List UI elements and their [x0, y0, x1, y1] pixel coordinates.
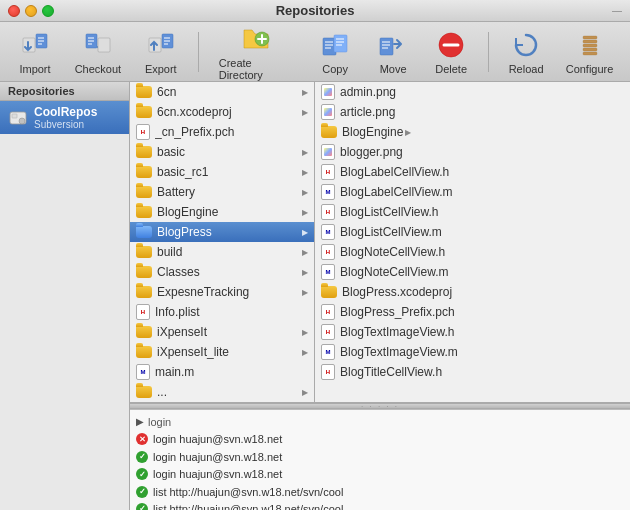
right-file-list[interactable]: admin.pngarticle.pngBlogEngine▶blogger.p…: [315, 82, 630, 402]
dir-item-name: Info.plist: [155, 305, 308, 319]
directory-list[interactable]: 6cn▶6cn.xcodeproj▶H_cn_Prefix.pchbasic▶b…: [130, 82, 315, 402]
svg-rect-14: [583, 48, 597, 51]
configure-button[interactable]: Configure: [559, 25, 620, 79]
import-button[interactable]: Import: [10, 25, 60, 79]
log-success-icon: ✓: [136, 503, 148, 510]
dir-item-name: ...: [157, 385, 300, 399]
log-triangle-icon[interactable]: ▶: [136, 415, 144, 429]
right-list-item[interactable]: HBlogListCellView.h: [315, 202, 630, 222]
export-icon: [145, 29, 177, 61]
svg-rect-13: [583, 44, 597, 47]
file-h-icon: H: [321, 304, 335, 320]
toolbar-separator-1: [198, 32, 199, 72]
log-text: login huajun@svn.w18.net: [153, 432, 282, 447]
right-list-item[interactable]: HBlogTextImageView.h: [315, 322, 630, 342]
reload-icon: [510, 29, 542, 61]
arrow-right-icon: ▶: [302, 388, 308, 397]
dir-list-item[interactable]: H_cn_Prefix.pch: [130, 122, 314, 142]
repo-name: CoolRepos: [34, 105, 97, 119]
right-list-item[interactable]: BlogPress.xcodeproj: [315, 282, 630, 302]
right-list-item[interactable]: HBlogNoteCellView.h: [315, 242, 630, 262]
file-m-icon: M: [321, 184, 335, 200]
dir-item-name: iXpenseIt: [157, 325, 300, 339]
move-button[interactable]: Move: [368, 25, 418, 79]
right-list-item[interactable]: BlogEngine▶: [315, 122, 630, 142]
right-list-item[interactable]: HBlogPress_Prefix.pch: [315, 302, 630, 322]
create-dir-icon: [240, 23, 272, 55]
right-list-item[interactable]: MBlogLabelCellView.m: [315, 182, 630, 202]
dir-list-item[interactable]: 6cn▶: [130, 82, 314, 102]
right-list-item[interactable]: HBlogLabelCellView.h: [315, 162, 630, 182]
dir-list-item[interactable]: 6cn.xcodeproj▶: [130, 102, 314, 122]
log-text: login: [148, 415, 171, 430]
right-list-item[interactable]: admin.png: [315, 82, 630, 102]
close-button[interactable]: [8, 5, 20, 17]
arrow-right-icon: ▶: [405, 128, 411, 137]
dir-list-item[interactable]: HInfo.plist: [130, 302, 314, 322]
svg-rect-15: [583, 52, 597, 55]
configure-label: Configure: [566, 63, 614, 75]
arrow-right-icon: ▶: [302, 108, 308, 117]
file-h-icon: H: [321, 164, 335, 180]
maximize-button[interactable]: [42, 5, 54, 17]
toolbar-separator-2: [488, 32, 489, 72]
reload-label: Reload: [509, 63, 544, 75]
right-list-item[interactable]: MBlogNoteCellView.m: [315, 262, 630, 282]
left-panel: Repositories CoolRepos Subversion: [0, 82, 130, 510]
dir-list-item[interactable]: BlogPress▶: [130, 222, 314, 242]
log-item: ✓list http://huajun@svn.w18.net/svn/cool: [134, 501, 626, 510]
folder-icon: [136, 246, 152, 258]
move-icon: [377, 29, 409, 61]
right-list-item[interactable]: HBlogTitleCellView.h: [315, 362, 630, 382]
log-panel: ▶login✕login huajun@svn.w18.net✓login hu…: [130, 409, 630, 510]
folder-icon: [136, 106, 152, 118]
export-button[interactable]: Export: [136, 25, 186, 79]
dir-item-name: build: [157, 245, 300, 259]
copy-button[interactable]: Copy: [310, 25, 360, 79]
right-list-item[interactable]: MBlogTextImageView.m: [315, 342, 630, 362]
delete-label: Delete: [435, 63, 467, 75]
folder-icon: [136, 186, 152, 198]
delete-button[interactable]: Delete: [426, 25, 476, 79]
dir-list-item[interactable]: ExpesneTracking▶: [130, 282, 314, 302]
arrow-right-icon: ▶: [302, 168, 308, 177]
dir-list-item[interactable]: build▶: [130, 242, 314, 262]
traffic-lights: [8, 5, 54, 17]
right-item-name: BlogEngine: [342, 125, 403, 139]
arrow-right-icon: ▶: [302, 88, 308, 97]
dir-list-item[interactable]: BlogEngine▶: [130, 202, 314, 222]
dir-item-name: 6cn.xcodeproj: [157, 105, 300, 119]
log-item: ✓list http://huajun@svn.w18.net/svn/cool: [134, 484, 626, 501]
file-m-icon: M: [321, 264, 335, 280]
resize-widget[interactable]: —: [612, 5, 622, 16]
file-h-icon: H: [321, 204, 335, 220]
dir-item-name: BlogPress: [157, 225, 300, 239]
dir-list-item[interactable]: iXpenseIt▶: [130, 322, 314, 342]
png-icon: [321, 104, 335, 120]
checkout-button[interactable]: Checkout: [68, 25, 128, 79]
copy-icon: [319, 29, 351, 61]
window-title: Repositories: [276, 3, 355, 18]
coolrepos-item[interactable]: CoolRepos Subversion: [0, 101, 129, 134]
right-list-item[interactable]: MBlogListCellView.m: [315, 222, 630, 242]
reload-button[interactable]: Reload: [501, 25, 551, 79]
right-list-item[interactable]: article.png: [315, 102, 630, 122]
right-list-item[interactable]: blogger.png: [315, 142, 630, 162]
log-item: ▶login: [134, 414, 626, 431]
file-m-icon: M: [321, 344, 335, 360]
dir-list-item[interactable]: basic_rc1▶: [130, 162, 314, 182]
arrow-right-icon: ▶: [302, 328, 308, 337]
dir-list-item[interactable]: ...▶: [130, 382, 314, 402]
svg-rect-8: [334, 35, 347, 52]
create-directory-button[interactable]: Create Directory: [211, 19, 302, 85]
dir-item-name: basic: [157, 145, 300, 159]
png-icon: [321, 84, 335, 100]
checkout-label: Checkout: [75, 63, 121, 75]
dir-list-item[interactable]: basic▶: [130, 142, 314, 162]
dir-list-item[interactable]: Classes▶: [130, 262, 314, 282]
dir-list-item[interactable]: iXpenseIt_lite▶: [130, 342, 314, 362]
dir-list-item[interactable]: Mmain.m: [130, 362, 314, 382]
dir-list-item[interactable]: Battery▶: [130, 182, 314, 202]
file-m-icon: M: [321, 224, 335, 240]
minimize-button[interactable]: [25, 5, 37, 17]
